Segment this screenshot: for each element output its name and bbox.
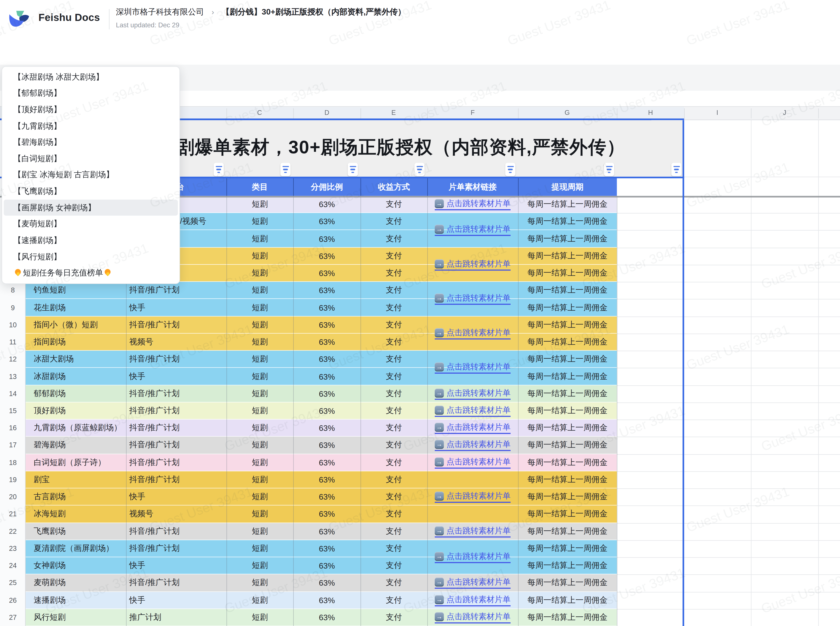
material-link-label: 点击跳转素材片单 xyxy=(447,328,511,338)
material-link[interactable]: →点击跳转素材片单 xyxy=(435,526,511,537)
row-number[interactable]: 11 xyxy=(0,338,26,346)
row-number[interactable]: 27 xyxy=(0,613,26,621)
row-number[interactable]: 9 xyxy=(0,304,26,311)
material-link[interactable]: →点击跳转素材片单 xyxy=(435,224,511,236)
row-number[interactable]: 8 xyxy=(0,286,26,294)
cell-cycle: 每周一结算上一周佣金 xyxy=(518,230,617,247)
jump-arrow-icon: → xyxy=(435,294,444,303)
cell-platform: 快手 xyxy=(126,592,226,608)
selection-right-edge xyxy=(683,120,684,626)
cell-category: 短剧 xyxy=(226,213,293,230)
material-link[interactable]: →点击跳转素材片单 xyxy=(435,362,511,374)
cell-category: 短剧 xyxy=(226,368,293,385)
cell-category: 短剧 xyxy=(226,592,293,608)
column-letter[interactable]: C xyxy=(257,109,262,116)
column-letter[interactable]: G xyxy=(565,109,570,116)
cell-cycle: 每周一结算上一周佣金 xyxy=(518,454,617,471)
dropdown-item[interactable]: 【顶好剧场】 xyxy=(4,102,178,118)
material-link-label: 点击跳转素材片单 xyxy=(447,612,511,622)
row-number[interactable]: 25 xyxy=(0,579,26,587)
material-link[interactable]: →点击跳转素材片单 xyxy=(435,457,511,468)
cell-name: 白词短剧（原子诗） xyxy=(26,454,126,471)
breadcrumb-doc-title[interactable]: 【剧分钱】30+剧场正版授权（内部资料,严禁外传） xyxy=(222,7,406,16)
material-link[interactable]: →点击跳转素材片单 xyxy=(435,388,511,400)
row-number[interactable]: 14 xyxy=(0,390,26,398)
cell-platform: 抖音/推广计划 xyxy=(126,316,226,333)
dropdown-item[interactable]: 【九霄剧场】 xyxy=(4,118,178,134)
cell-border-v xyxy=(427,196,428,626)
material-link[interactable]: →点击跳转素材片单 xyxy=(435,440,511,451)
dropdown-item[interactable]: 【郁郁剧场】 xyxy=(4,85,178,102)
dropdown-item[interactable]: 【画屏剧场 女神剧场】 xyxy=(4,200,178,216)
material-link[interactable]: →点击跳转素材片单 xyxy=(435,293,511,305)
gridline-h xyxy=(617,299,840,300)
material-link-label: 点击跳转素材片单 xyxy=(447,457,511,467)
app-name: Feishu Docs xyxy=(38,12,100,23)
dropdown-item[interactable]: 【速播剧场】 xyxy=(4,232,178,249)
dropdown-item[interactable]: 【麦萌短剧】 xyxy=(4,216,178,232)
cell-cycle: 每周一结算上一周佣金 xyxy=(518,523,617,540)
breadcrumb-company[interactable]: 深圳市格子科技有限公司 xyxy=(116,7,204,16)
material-link[interactable]: →点击跳转素材片单 xyxy=(435,422,511,434)
row-number[interactable]: 19 xyxy=(0,476,26,484)
dropdown-item[interactable]: 【风行短剧】 xyxy=(4,249,178,265)
row-number[interactable]: 13 xyxy=(0,372,26,380)
fire-icon xyxy=(105,269,111,277)
cell-rate: 63% xyxy=(293,609,360,626)
row-number[interactable]: 21 xyxy=(0,510,26,518)
row-number[interactable]: 17 xyxy=(0,441,26,449)
table-row: 顶好剧场抖音/推广计划短剧63%支付每周一结算上一周佣金 xyxy=(26,402,617,420)
header-cell-material: 片单素材链接 xyxy=(427,178,518,196)
dropdown-item[interactable]: 【剧宝 冰海短剧 古言剧场】 xyxy=(4,167,178,183)
gridline-h xyxy=(617,540,840,541)
gridline-h xyxy=(617,454,840,455)
cell-income: 支付 xyxy=(360,247,428,264)
column-letter[interactable]: D xyxy=(324,109,329,116)
material-link[interactable]: →点击跳转素材片单 xyxy=(435,199,511,210)
filter-icon[interactable] xyxy=(671,163,682,176)
material-link[interactable]: →点击跳转素材片单 xyxy=(435,491,511,503)
material-link[interactable]: →点击跳转素材片单 xyxy=(435,405,511,417)
material-link-label: 点击跳转素材片单 xyxy=(447,422,511,433)
row-number[interactable]: 18 xyxy=(0,459,26,466)
table-row: 钓鱼短剧抖音/推广计划短剧63%支付每周一结算上一周佣金 xyxy=(26,282,617,299)
column-letter[interactable]: F xyxy=(471,109,475,116)
row-number[interactable]: 24 xyxy=(0,562,26,570)
jump-arrow-icon: → xyxy=(435,492,444,501)
material-link[interactable]: →点击跳转素材片单 xyxy=(435,595,511,606)
row-number[interactable]: 16 xyxy=(0,424,26,432)
filter-icon[interactable] xyxy=(348,163,358,176)
cell-category: 短剧 xyxy=(226,437,293,454)
dropdown-item[interactable]: 【冰甜剧场 冰甜大剧场】 xyxy=(4,69,178,85)
filter-icon[interactable] xyxy=(281,163,291,176)
column-letter[interactable]: J xyxy=(783,109,787,116)
cell-rate: 63% xyxy=(293,540,360,557)
row-number[interactable]: 12 xyxy=(0,355,26,363)
header-cell-commission: 分佣比例 xyxy=(293,178,360,196)
filter-icon[interactable] xyxy=(505,163,516,176)
material-link[interactable]: →点击跳转素材片单 xyxy=(435,551,511,563)
column-letter[interactable]: I xyxy=(716,109,718,116)
dropdown-item[interactable]: 【飞鹰剧场】 xyxy=(4,183,178,200)
row-number[interactable]: 15 xyxy=(0,407,26,415)
material-link[interactable]: →点击跳转素材片单 xyxy=(435,577,511,589)
dropdown-item[interactable]: 【白词短剧】 xyxy=(4,150,178,167)
cell-rate: 63% xyxy=(293,351,360,368)
filter-icon[interactable] xyxy=(414,163,425,176)
table-row: 剧宝抖音/推广计划短剧63%支付每周一结算上一周佣金 xyxy=(26,471,617,488)
material-link[interactable]: →点击跳转素材片单 xyxy=(435,612,511,623)
filter-icon[interactable] xyxy=(604,163,614,176)
material-link[interactable]: →点击跳转素材片单 xyxy=(435,259,511,271)
filter-icon[interactable] xyxy=(214,163,224,176)
row-number[interactable]: 23 xyxy=(0,545,26,552)
dropdown-item-fire[interactable]: 短剧任务每日充值榜单 xyxy=(4,265,178,282)
column-letter[interactable]: E xyxy=(391,109,396,116)
material-link[interactable]: →点击跳转素材片单 xyxy=(435,328,511,340)
row-number[interactable]: 22 xyxy=(0,527,26,535)
row-number[interactable]: 10 xyxy=(0,321,26,329)
row-number[interactable]: 26 xyxy=(0,596,26,604)
row-number[interactable]: 20 xyxy=(0,493,26,501)
column-letter[interactable]: H xyxy=(648,109,653,116)
cell-rate: 63% xyxy=(293,574,360,591)
dropdown-item[interactable]: 【碧海剧场】 xyxy=(4,134,178,151)
